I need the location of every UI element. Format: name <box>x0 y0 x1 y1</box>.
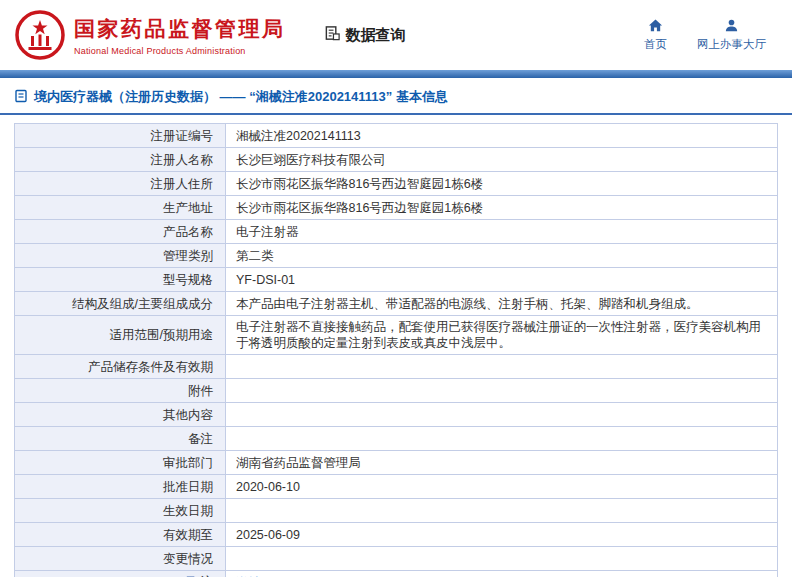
nav-service-hall-label: 网上办事大厅 <box>697 37 766 52</box>
row-value <box>226 403 778 427</box>
row-label: 有效期至 <box>15 523 226 547</box>
registration-info-table: 注册证编号 湘械注准20202141113 注册人名称 长沙巨翊医疗科技有限公司… <box>14 123 778 577</box>
table-row: 其他内容 <box>15 403 778 427</box>
row-value: 长沙巨翊医疗科技有限公司 <box>226 148 778 172</box>
row-label: 产品名称 <box>15 220 226 244</box>
table-row: 产品名称 电子注射器 <box>15 220 778 244</box>
row-value: 湘械注准20202141113 <box>226 124 778 148</box>
nav-home-link[interactable]: 首页 <box>644 18 667 52</box>
row-label: 变更情况 <box>15 547 226 571</box>
row-label: 审批部门 <box>15 451 226 475</box>
header-divider-bar <box>0 70 792 78</box>
table-row: 注册证编号 湘械注准20202141113 <box>15 124 778 148</box>
row-value: 第二类 <box>226 244 778 268</box>
top-right-nav: 首页 网上办事大厅 <box>644 18 778 52</box>
row-label: 附件 <box>15 379 226 403</box>
table-row: 结构及组成/主要组成成分 本产品由电子注射器主机、带适配器的电源线、注射手柄、托… <box>15 292 778 316</box>
row-value: 湖南省药品监督管理局 <box>226 451 778 475</box>
page: 国家药品监督管理局 National Medical Products Admi… <box>0 0 792 577</box>
table-row: 注 详情 <box>15 571 778 577</box>
row-value <box>226 499 778 523</box>
table-row: 型号规格 YF-DSI-01 <box>15 268 778 292</box>
table-row: 生效日期 <box>15 499 778 523</box>
row-value <box>226 379 778 403</box>
nav-data-query-label: 数据查询 <box>346 26 406 45</box>
agency-brand: 国家药品监督管理局 National Medical Products Admi… <box>14 9 286 61</box>
row-label: 注册人住所 <box>15 172 226 196</box>
agency-name-block: 国家药品监督管理局 National Medical Products Admi… <box>74 15 286 56</box>
row-value: YF-DSI-01 <box>226 268 778 292</box>
row-label: 注册人名称 <box>15 148 226 172</box>
breadcrumb: 境内医疗器械（注册历史数据） —— “湘械注准20202141113” 基本信息 <box>0 78 792 115</box>
table-row: 变更情况 <box>15 547 778 571</box>
document-icon <box>14 89 28 106</box>
agency-name-cn: 国家药品监督管理局 <box>74 15 286 43</box>
national-emblem-icon <box>14 9 66 61</box>
row-value: 本产品由电子注射器主机、带适配器的电源线、注射手柄、托架、脚踏和机身组成。 <box>226 292 778 316</box>
row-value <box>226 427 778 451</box>
table-row: 注册人名称 长沙巨翊医疗科技有限公司 <box>15 148 778 172</box>
row-label: 产品储存条件及有效期 <box>15 355 226 379</box>
row-value: 2025-06-09 <box>226 523 778 547</box>
table-row: 注册人住所 长沙市雨花区振华路816号西边智庭园1栋6楼 <box>15 172 778 196</box>
row-value: 长沙市雨花区振华路816号西边智庭园1栋6楼 <box>226 172 778 196</box>
row-value: 2020-06-10 <box>226 475 778 499</box>
row-value: 长沙市雨花区振华路816号西边智庭园1栋6楼 <box>226 196 778 220</box>
person-icon <box>724 18 739 35</box>
table-row: 审批部门 湖南省药品监督管理局 <box>15 451 778 475</box>
table-row: 附件 <box>15 379 778 403</box>
table-row: 管理类别 第二类 <box>15 244 778 268</box>
table-row: 批准日期 2020-06-10 <box>15 475 778 499</box>
row-value: 详情 <box>226 571 778 577</box>
row-label: 注册证编号 <box>15 124 226 148</box>
row-label: 适用范围/预期用途 <box>15 316 226 355</box>
nav-service-hall-link[interactable]: 网上办事大厅 <box>697 18 766 52</box>
page-title: 境内医疗器械（注册历史数据） —— “湘械注准20202141113” 基本信息 <box>34 88 448 106</box>
row-label: 注 <box>15 571 226 577</box>
row-label: 管理类别 <box>15 244 226 268</box>
nav-data-query[interactable]: 数据查询 <box>324 25 406 45</box>
row-label: 批准日期 <box>15 475 226 499</box>
table-row: 适用范围/预期用途 电子注射器不直接接触药品，配套使用已获得医疗器械注册证的一次… <box>15 316 778 355</box>
agency-name-en: National Medical Products Administration <box>74 46 286 56</box>
row-label: 其他内容 <box>15 403 226 427</box>
table-row: 有效期至 2025-06-09 <box>15 523 778 547</box>
row-label: 结构及组成/主要组成成分 <box>15 292 226 316</box>
row-value <box>226 547 778 571</box>
row-value <box>226 355 778 379</box>
row-label: 型号规格 <box>15 268 226 292</box>
top-header: 国家药品监督管理局 National Medical Products Admi… <box>0 0 792 70</box>
row-value: 电子注射器不直接接触药品，配套使用已获得医疗器械注册证的一次性注射器，医疗美容机… <box>226 316 778 355</box>
table-row: 备注 <box>15 427 778 451</box>
nav-home-label: 首页 <box>644 37 667 52</box>
home-icon <box>648 18 663 35</box>
row-value: 电子注射器 <box>226 220 778 244</box>
table-row: 产品储存条件及有效期 <box>15 355 778 379</box>
row-label: 生效日期 <box>15 499 226 523</box>
table-row: 生产地址 长沙市雨花区振华路816号西边智庭园1栋6楼 <box>15 196 778 220</box>
data-query-icon <box>324 25 341 45</box>
row-label: 备注 <box>15 427 226 451</box>
row-label: 生产地址 <box>15 196 226 220</box>
